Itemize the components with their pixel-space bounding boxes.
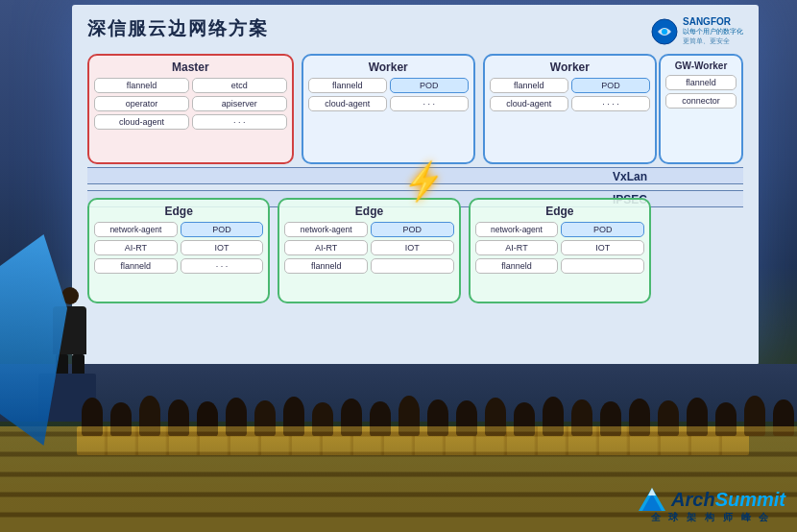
scene: 深信服云边网络方案 SANGFOR 以每个用户的数字化 更简单、更安全 VxLa… [0, 0, 797, 532]
lightning-icon: ⚡ [399, 157, 449, 205]
edge3-node: Edge network-agent POD AI-RT IOT flannel… [469, 198, 651, 303]
edge1-grid: network-agent POD AI-RT IOT flanneld · ·… [94, 222, 263, 274]
e2-pod: POD [371, 222, 454, 237]
archsummit-logo: ArchSummit 全 球 架 构 师 峰 会 [637, 486, 785, 524]
e2-network-agent: network-agent [284, 222, 368, 237]
w2-flanneld: flanneld [490, 78, 568, 93]
master-item-etcd: etcd [192, 78, 287, 93]
master-item-apiserver: apiserver [192, 96, 287, 111]
presentation-screen: 深信服云边网络方案 SANGFOR 以每个用户的数字化 更简单、更安全 VxLa… [72, 5, 759, 365]
e1-dots: · · · [181, 258, 264, 274]
worker1-grid: flanneld POD cloud-agent · · · [308, 78, 469, 111]
master-grid: flanneld etcd operator apiserver cloud-a… [94, 78, 287, 130]
archsummit-text: ArchSummit [671, 489, 785, 511]
gw-worker-node: GW-Worker flanneld connector [659, 54, 743, 164]
e3-pod: POD [561, 222, 644, 237]
e1-flanneld: flanneld [94, 258, 178, 274]
w1-dots: · · · [390, 96, 469, 111]
master-item-flanneld: flanneld [94, 78, 189, 93]
logo-area: SANGFOR 以每个用户的数字化 更简单、更安全 [651, 16, 743, 46]
w2-pod: POD [571, 78, 650, 93]
e1-ai-rt: AI-RT [94, 240, 178, 255]
svg-point-1 [662, 29, 667, 35]
logo-text: SANGFOR 以每个用户的数字化 更简单、更安全 [683, 16, 743, 46]
archsummit-subtitle: 全 球 架 构 师 峰 会 [637, 511, 785, 524]
e3-network-agent: network-agent [475, 222, 559, 237]
worker1-node: Worker flanneld POD cloud-agent · · · [302, 54, 475, 164]
gw-flanneld: flanneld [665, 75, 737, 90]
e1-pod: POD [181, 222, 264, 237]
worker2-grid: flanneld POD cloud-agent · · · · [490, 78, 650, 111]
gw-grid: flanneld connector [665, 75, 737, 109]
e2-ai-rt: AI-RT [284, 240, 368, 255]
e2-empty [371, 258, 454, 274]
edge2-grid: network-agent POD AI-RT IOT flanneld [284, 222, 453, 274]
sangfor-logo-icon [651, 18, 678, 45]
architecture-diagram: VxLan IPSEC ⚡ Master flanneld etcd opera… [87, 54, 743, 303]
master-node: Master flanneld etcd operator apiserver … [87, 54, 294, 164]
w1-cloud-agent: cloud-agent [308, 96, 387, 111]
e1-network-agent: network-agent [94, 222, 178, 237]
master-item-operator: operator [94, 96, 189, 111]
e3-ai-rt: AI-RT [475, 240, 559, 255]
e2-iot: IOT [371, 240, 454, 255]
svg-marker-4 [648, 488, 656, 496]
e3-empty [561, 258, 644, 274]
bottom-right-spacer [659, 198, 743, 303]
e3-flanneld: flanneld [475, 258, 559, 274]
master-item-dots: · · · [192, 114, 287, 130]
vxlan-label: VxLan [613, 170, 647, 183]
diagram-title: 深信服云边网络方案 [87, 16, 269, 41]
w2-cloud-agent: cloud-agent [490, 96, 568, 111]
e3-iot: IOT [561, 240, 644, 255]
worker2-node: Worker flanneld POD cloud-agent · · · · [483, 54, 657, 164]
w2-dots: · · · · [571, 96, 650, 111]
screen-header: 深信服云边网络方案 SANGFOR 以每个用户的数字化 更简单、更安全 [87, 16, 743, 46]
e2-flanneld: flanneld [284, 258, 368, 274]
bottom-nodes-row: Edge network-agent POD AI-RT IOT flannel… [87, 198, 743, 303]
edge2-node: Edge network-agent POD AI-RT IOT flannel… [278, 198, 460, 303]
w1-pod: POD [390, 78, 469, 93]
top-nodes-row: Master flanneld etcd operator apiserver … [87, 54, 657, 164]
w1-flanneld: flanneld [308, 78, 387, 93]
archsummit-mountain-icon [637, 486, 667, 513]
edge3-grid: network-agent POD AI-RT IOT flanneld [475, 222, 644, 274]
gw-connector: connector [665, 93, 737, 109]
edge1-node: Edge network-agent POD AI-RT IOT flannel… [87, 198, 270, 303]
e1-iot: IOT [181, 240, 264, 255]
master-item-cloud-agent: cloud-agent [94, 114, 189, 130]
